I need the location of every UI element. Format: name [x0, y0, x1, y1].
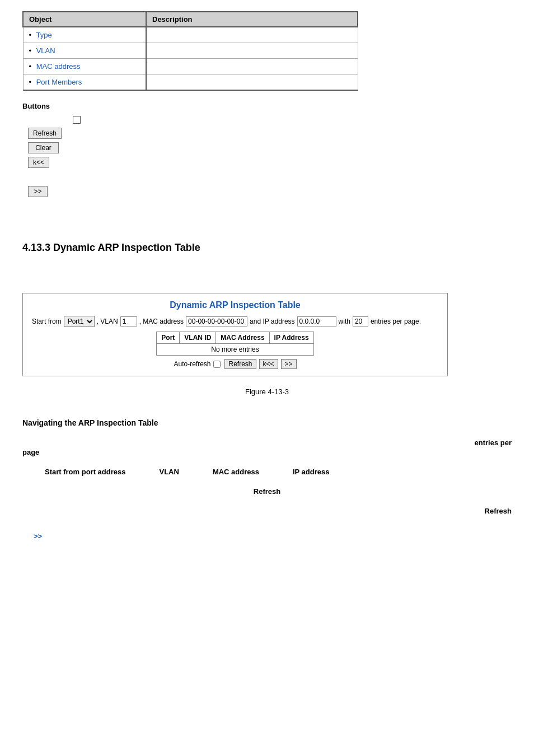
- port-col-header: Port: [157, 332, 180, 344]
- ip-label: and IP address: [250, 318, 295, 325]
- mac-input[interactable]: [186, 316, 247, 326]
- table-row: • Port Members: [23, 74, 358, 91]
- figure-caption: Figure 4-13-3: [22, 388, 512, 396]
- port-members-link[interactable]: Port Members: [36, 78, 82, 86]
- vlan-nav-label: VLAN: [159, 468, 179, 476]
- mac-label: , MAC address: [139, 318, 184, 325]
- vlan-input[interactable]: [120, 316, 137, 326]
- vlan-description: [146, 43, 358, 59]
- no-more-entries-text: No more entries: [157, 344, 313, 356]
- buttons-label: Buttons: [22, 102, 512, 110]
- bullet-icon: •: [29, 78, 32, 86]
- vlan-id-col-header: VLAN ID: [180, 332, 216, 344]
- start-from-label: Start from: [32, 318, 62, 325]
- table-row: • MAC address: [23, 59, 358, 74]
- arp-next-button[interactable]: >>: [281, 359, 297, 369]
- ip-address-col-header: IP Address: [269, 332, 313, 344]
- refresh-center-label: Refresh: [22, 487, 512, 496]
- nav-heading: Navigating the ARP Inspection Table: [22, 418, 512, 427]
- auto-refresh-label: Auto-refresh: [174, 360, 210, 368]
- arp-inspection-widget: Dynamic ARP Inspection Table Start from …: [22, 293, 448, 376]
- arrow-link[interactable]: >>: [34, 532, 42, 540]
- refresh-right-label: Refresh: [22, 507, 512, 515]
- vlan-link[interactable]: VLAN: [36, 46, 55, 55]
- port-members-description: [146, 74, 358, 91]
- with-label: with: [339, 318, 350, 325]
- arp-bottom-controls: Auto-refresh Refresh k<< >>: [32, 359, 438, 369]
- type-link[interactable]: Type: [36, 31, 51, 39]
- button-group: Refresh Clear k<< >>: [28, 128, 512, 197]
- table-row: • VLAN: [23, 43, 358, 59]
- arp-kk-button[interactable]: k<<: [259, 359, 278, 369]
- bullet-icon: •: [29, 62, 32, 71]
- description-header: Description: [146, 12, 358, 27]
- bullet-icon: •: [29, 31, 32, 39]
- next-button[interactable]: >>: [28, 186, 48, 197]
- arp-widget-title: Dynamic ARP Inspection Table: [32, 300, 438, 310]
- nav-row-labels: Start from port address VLAN MAC address…: [45, 468, 512, 476]
- page-label: page: [22, 448, 512, 456]
- no-entries-row: No more entries: [157, 344, 313, 356]
- ip-input[interactable]: [297, 316, 336, 326]
- entries-per-label: entries per: [22, 438, 512, 447]
- mac-link[interactable]: MAC address: [36, 62, 81, 71]
- auto-refresh-checkbox[interactable]: [213, 361, 221, 368]
- arp-data-table: Port VLAN ID MAC Address IP Address No m…: [156, 332, 313, 356]
- clear-button[interactable]: Clear: [28, 142, 59, 153]
- arp-refresh-button[interactable]: Refresh: [224, 359, 256, 369]
- mac-nav-label: MAC address: [213, 468, 259, 476]
- entries-input[interactable]: [353, 316, 368, 326]
- checkbox-icon[interactable]: [73, 116, 81, 124]
- vlan-label: , VLAN: [97, 318, 118, 325]
- section-heading: 4.13.3 Dynamic ARP Inspection Table: [22, 242, 512, 254]
- ip-nav-label: IP address: [293, 468, 330, 476]
- object-description-table: Object Description • Type • VLAN • MAC a…: [22, 11, 358, 91]
- mac-description: [146, 59, 358, 74]
- arp-controls: Start from Port1 , VLAN , MAC address an…: [32, 316, 438, 327]
- mac-address-col-header: MAC Address: [216, 332, 269, 344]
- start-from-port-label: Start from port address: [45, 468, 125, 476]
- port-select[interactable]: Port1: [64, 316, 95, 327]
- entries-label: entries per page.: [371, 318, 421, 325]
- bullet-icon: •: [29, 46, 32, 55]
- type-description: [146, 27, 358, 43]
- table-row: • Type: [23, 27, 358, 43]
- kk-button[interactable]: k<<: [28, 157, 49, 168]
- object-header: Object: [23, 12, 146, 27]
- refresh-button[interactable]: Refresh: [28, 128, 62, 139]
